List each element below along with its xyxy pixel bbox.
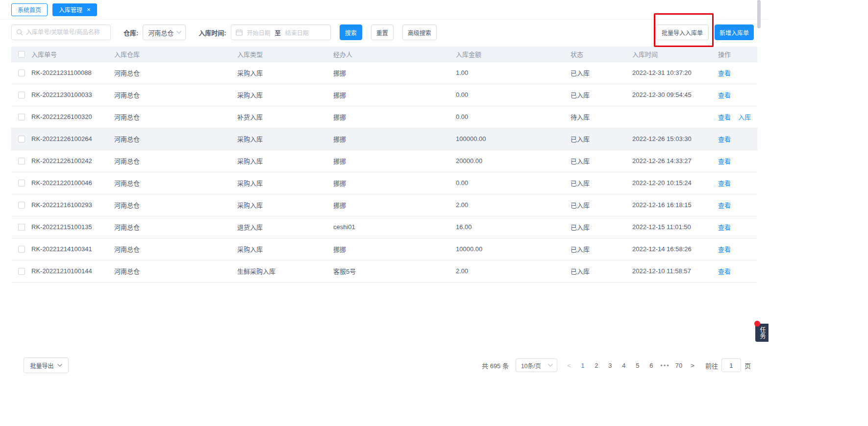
date-range-picker[interactable]: 开始日期 至 结束日期 [231,24,331,40]
row-checkbox[interactable] [18,180,25,187]
reset-button[interactable]: 重置 [371,24,394,40]
row-checkbox[interactable] [18,92,25,98]
search-input[interactable] [26,29,106,36]
cell-actions: 查看 [718,216,757,238]
table-row[interactable]: RK-20221226100264河南总仓采购入库挪挪100000.00已入库2… [11,128,757,150]
row-checkbox[interactable] [18,268,25,275]
pager-page-1[interactable]: 1 [576,358,590,372]
search-icon [16,29,23,36]
pager-page-2[interactable]: 2 [590,358,603,372]
advanced-search-button[interactable]: 高级搜索 [402,24,437,40]
pager-page-4[interactable]: 4 [617,358,631,372]
table-row[interactable]: RK-20221230100033河南总仓采购入库挪挪0.00已入库2022-1… [11,84,757,106]
cell-time: 2022-12-20 10:15:24 [632,172,718,194]
row-checkbox-cell [11,194,31,216]
batch-import-button[interactable]: 批量导入入库单 [656,24,709,40]
calendar-icon [236,29,243,36]
row-action-view-link[interactable]: 查看 [718,158,731,165]
row-action-view-link[interactable]: 查看 [718,246,731,253]
cell-type: 采购入库 [237,150,333,172]
batch-export-button[interactable]: 批量导出 [24,357,69,373]
select-all-checkbox[interactable] [18,51,25,58]
row-checkbox-cell [11,106,31,128]
row-checkbox[interactable] [18,224,25,231]
cell-warehouse: 河南总仓 [114,172,237,194]
cell-type: 采购入库 [237,84,333,106]
cell-handler: 挪挪 [333,84,456,106]
search-input-wrapper [11,24,111,40]
cell-warehouse: 河南总仓 [114,106,237,128]
goto-label: 前往 [705,361,718,370]
pager-page-3[interactable]: 3 [603,358,617,372]
cell-order-no: RK-20221214100341 [31,238,114,260]
column-header: 入库类型 [237,47,333,62]
table-row[interactable]: RK-20221214100341河南总仓采购入库挪挪10000.00已入库20… [11,238,757,260]
row-checkbox[interactable] [18,136,25,142]
cell-time: 2022-12-10 11:58:57 [632,260,718,282]
row-action-view-link[interactable]: 查看 [718,180,731,187]
row-checkbox-cell [11,216,31,238]
pager-page-6[interactable]: 6 [645,358,658,372]
pager-ellipsis[interactable]: ••• [658,358,672,372]
row-checkbox[interactable] [18,114,25,120]
cell-status: 已入库 [570,128,632,150]
cell-type: 采购入库 [237,238,333,260]
row-action-view-link[interactable]: 查看 [718,92,731,99]
row-checkbox[interactable] [18,246,25,253]
table-row[interactable]: RK-20221226100320河南总仓补货入库挪挪0.00待入库查看入库 [11,106,757,128]
table-row[interactable]: RK-20221210100144河南总仓生鲜采购入库客服5号2.00已入库20… [11,260,757,282]
pager-page-5[interactable]: 5 [631,358,645,372]
cell-time: 2022-12-14 16:58:26 [632,238,718,260]
table-row[interactable]: RK-20221215100135河南总仓退货入库ceshi0116.00已入库… [11,216,757,238]
tab-system-home[interactable]: 系统首页 [11,3,48,16]
row-checkbox[interactable] [18,70,25,76]
pager-goto: 前往 页 [705,358,751,372]
row-checkbox[interactable] [18,158,25,165]
page-size-select[interactable]: 10条/页 [516,358,557,372]
cell-order-no: RK-20221230100033 [31,84,114,106]
toolbar-right-group: 批量导入入库单 新增入库单 [656,24,754,40]
cell-actions: 查看 [718,238,757,260]
cell-handler: 挪挪 [333,150,456,172]
row-action-view-link[interactable]: 查看 [718,202,731,209]
tab-inbound-management[interactable]: 入库管理 × [52,3,97,16]
row-checkbox[interactable] [18,202,25,209]
row-action-view-link[interactable]: 查看 [718,114,731,121]
cell-order-no: RK-20221231100088 [31,62,114,84]
cell-handler: ceshi01 [333,216,456,238]
vertical-scrollbar[interactable] [757,0,761,28]
row-action-view-link[interactable]: 查看 [718,136,731,143]
column-header: 入库仓库 [114,47,237,62]
date-end-placeholder[interactable]: 结束日期 [285,28,309,37]
table-row[interactable]: RK-20221216100293河南总仓采购入库挪挪2.00已入库2022-1… [11,194,757,216]
cell-warehouse: 河南总仓 [114,260,237,282]
search-button[interactable]: 搜索 [340,24,362,40]
row-action-inbound-link[interactable]: 入库 [738,114,751,121]
cell-time: 2022-12-16 16:18:15 [632,194,718,216]
column-header: 入库时间 [632,47,718,62]
goto-page-input[interactable] [721,358,741,372]
warehouse-select[interactable]: 河南总仓 [143,24,186,40]
cell-handler: 挪挪 [333,106,456,128]
footer-bar: 批量导出 共 695 条 10条/页 < 123456•••70 > 前往 页 [24,357,751,373]
table-row[interactable]: RK-20221231100088河南总仓采购入库挪挪1.00已入库2022-1… [11,62,757,84]
pager-page-70[interactable]: 70 [672,358,686,372]
cell-actions: 查看 [718,62,757,84]
cell-type: 采购入库 [237,194,333,216]
close-tab-icon[interactable]: × [87,6,91,13]
table-row[interactable]: RK-20221226100242河南总仓采购入库挪挪20000.00已入库20… [11,150,757,172]
cell-status: 已入库 [570,150,632,172]
row-action-view-link[interactable]: 查看 [718,70,731,77]
cell-warehouse: 河南总仓 [114,150,237,172]
cell-status: 已入库 [570,62,632,84]
cell-status: 已入库 [570,238,632,260]
pagination: 共 695 条 10条/页 < 123456•••70 > 前往 页 [482,358,751,372]
row-action-view-link[interactable]: 查看 [718,268,731,275]
table-body: RK-20221231100088河南总仓采购入库挪挪1.00已入库2022-1… [11,62,757,282]
date-start-placeholder[interactable]: 开始日期 [247,28,271,37]
pager-prev-button[interactable]: < [562,358,576,372]
pager-next-button[interactable]: > [686,358,699,372]
add-inbound-button[interactable]: 新增入库单 [715,24,754,40]
table-row[interactable]: RK-20221220100046河南总仓采购入库挪挪0.00已入库2022-1… [11,172,757,194]
row-action-view-link[interactable]: 查看 [718,224,731,231]
